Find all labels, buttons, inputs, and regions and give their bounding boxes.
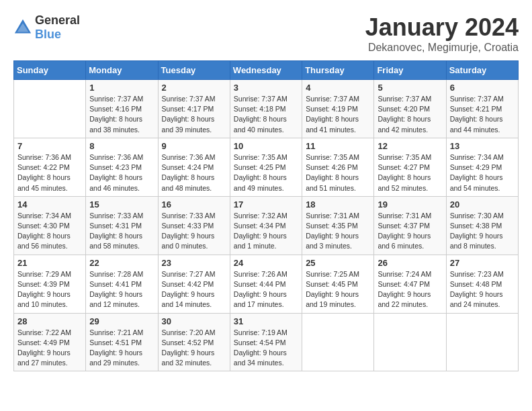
day-info: Sunrise: 7:29 AMSunset: 4:39 PMDaylight:… xyxy=(17,269,82,310)
calendar-cell: 8Sunrise: 7:36 AMSunset: 4:23 PMDaylight… xyxy=(86,138,158,196)
calendar-cell xyxy=(446,313,518,371)
week-row-2: 7Sunrise: 7:36 AMSunset: 4:22 PMDaylight… xyxy=(14,138,519,196)
title-block: January 2024 Dekanovec, Megimurje, Croat… xyxy=(365,13,519,54)
calendar-cell: 18Sunrise: 7:31 AMSunset: 4:35 PMDayligh… xyxy=(302,196,374,255)
day-number: 21 xyxy=(17,258,82,268)
page-header: General Blue January 2024 Dekanovec, Meg… xyxy=(13,13,519,54)
day-info: Sunrise: 7:35 AMSunset: 4:26 PMDaylight:… xyxy=(306,152,370,193)
day-number: 8 xyxy=(89,141,154,151)
calendar-cell: 20Sunrise: 7:30 AMSunset: 4:38 PMDayligh… xyxy=(446,196,518,255)
calendar-cell: 31Sunrise: 7:19 AMSunset: 4:54 PMDayligh… xyxy=(230,313,302,371)
calendar-cell: 29Sunrise: 7:21 AMSunset: 4:51 PMDayligh… xyxy=(86,313,158,371)
day-info: Sunrise: 7:23 AMSunset: 4:48 PMDaylight:… xyxy=(450,269,515,310)
day-info: Sunrise: 7:35 AMSunset: 4:27 PMDaylight:… xyxy=(378,152,442,193)
day-info: Sunrise: 7:34 AMSunset: 4:29 PMDaylight:… xyxy=(450,152,515,193)
calendar-cell: 19Sunrise: 7:31 AMSunset: 4:37 PMDayligh… xyxy=(374,196,446,255)
calendar-cell: 28Sunrise: 7:22 AMSunset: 4:49 PMDayligh… xyxy=(14,313,86,371)
weekday-header-wednesday: Wednesday xyxy=(230,61,302,80)
weekday-header-thursday: Thursday xyxy=(302,61,374,80)
day-number: 10 xyxy=(234,141,298,151)
day-info: Sunrise: 7:34 AMSunset: 4:30 PMDaylight:… xyxy=(17,211,82,252)
calendar-cell xyxy=(374,313,446,371)
calendar-cell: 27Sunrise: 7:23 AMSunset: 4:48 PMDayligh… xyxy=(446,255,518,313)
day-info: Sunrise: 7:31 AMSunset: 4:35 PMDaylight:… xyxy=(306,211,370,252)
calendar-cell: 3Sunrise: 7:37 AMSunset: 4:18 PMDaylight… xyxy=(230,80,302,138)
calendar-cell: 23Sunrise: 7:27 AMSunset: 4:42 PMDayligh… xyxy=(158,255,230,313)
calendar-cell xyxy=(14,80,86,138)
day-number: 12 xyxy=(378,141,442,151)
calendar-cell xyxy=(302,313,374,371)
calendar-cell: 6Sunrise: 7:37 AMSunset: 4:21 PMDaylight… xyxy=(446,80,518,138)
calendar-cell: 16Sunrise: 7:33 AMSunset: 4:33 PMDayligh… xyxy=(158,196,230,255)
calendar-cell: 9Sunrise: 7:36 AMSunset: 4:24 PMDaylight… xyxy=(158,138,230,196)
weekday-row: SundayMondayTuesdayWednesdayThursdayFrid… xyxy=(14,61,519,80)
day-info: Sunrise: 7:27 AMSunset: 4:42 PMDaylight:… xyxy=(162,269,226,310)
day-number: 1 xyxy=(89,83,154,93)
calendar-cell: 14Sunrise: 7:34 AMSunset: 4:30 PMDayligh… xyxy=(14,196,86,255)
week-row-4: 21Sunrise: 7:29 AMSunset: 4:39 PMDayligh… xyxy=(14,255,519,313)
day-info: Sunrise: 7:33 AMSunset: 4:33 PMDaylight:… xyxy=(162,211,226,252)
day-number: 29 xyxy=(89,316,154,326)
day-number: 7 xyxy=(17,141,82,151)
day-info: Sunrise: 7:22 AMSunset: 4:49 PMDaylight:… xyxy=(17,328,82,369)
calendar-cell: 25Sunrise: 7:25 AMSunset: 4:45 PMDayligh… xyxy=(302,255,374,313)
calendar-cell: 15Sunrise: 7:33 AMSunset: 4:31 PMDayligh… xyxy=(86,196,158,255)
calendar-cell: 4Sunrise: 7:37 AMSunset: 4:19 PMDaylight… xyxy=(302,80,374,138)
calendar-cell: 13Sunrise: 7:34 AMSunset: 4:29 PMDayligh… xyxy=(446,138,518,196)
day-number: 19 xyxy=(378,199,442,210)
day-info: Sunrise: 7:33 AMSunset: 4:31 PMDaylight:… xyxy=(89,211,154,252)
day-info: Sunrise: 7:19 AMSunset: 4:54 PMDaylight:… xyxy=(234,328,298,369)
day-number: 17 xyxy=(234,199,298,210)
day-number: 31 xyxy=(234,316,298,326)
day-number: 15 xyxy=(89,199,154,210)
day-info: Sunrise: 7:32 AMSunset: 4:34 PMDaylight:… xyxy=(234,211,298,252)
weekday-header-tuesday: Tuesday xyxy=(158,61,230,80)
day-number: 28 xyxy=(17,316,82,326)
day-number: 23 xyxy=(162,258,226,268)
calendar-cell: 30Sunrise: 7:20 AMSunset: 4:52 PMDayligh… xyxy=(158,313,230,371)
calendar-cell: 2Sunrise: 7:37 AMSunset: 4:17 PMDaylight… xyxy=(158,80,230,138)
day-number: 14 xyxy=(17,199,82,210)
day-info: Sunrise: 7:37 AMSunset: 4:17 PMDaylight:… xyxy=(162,94,226,135)
day-number: 13 xyxy=(450,141,515,151)
day-info: Sunrise: 7:24 AMSunset: 4:47 PMDaylight:… xyxy=(378,269,442,310)
calendar-cell: 5Sunrise: 7:37 AMSunset: 4:20 PMDaylight… xyxy=(374,80,446,138)
weekday-header-saturday: Saturday xyxy=(446,61,518,80)
logo: General Blue xyxy=(13,13,80,42)
calendar-title: January 2024 xyxy=(365,13,519,42)
day-number: 24 xyxy=(234,258,298,268)
logo-icon xyxy=(13,18,32,37)
day-number: 9 xyxy=(162,141,226,151)
day-number: 3 xyxy=(234,83,298,93)
day-number: 27 xyxy=(450,258,515,268)
day-info: Sunrise: 7:37 AMSunset: 4:21 PMDaylight:… xyxy=(450,94,515,135)
day-info: Sunrise: 7:28 AMSunset: 4:41 PMDaylight:… xyxy=(89,269,154,310)
day-info: Sunrise: 7:37 AMSunset: 4:18 PMDaylight:… xyxy=(234,94,298,135)
day-number: 5 xyxy=(378,83,442,93)
day-info: Sunrise: 7:37 AMSunset: 4:19 PMDaylight:… xyxy=(306,94,370,135)
day-info: Sunrise: 7:36 AMSunset: 4:22 PMDaylight:… xyxy=(17,152,82,193)
day-number: 4 xyxy=(306,83,370,93)
day-number: 16 xyxy=(162,199,226,210)
day-number: 11 xyxy=(306,141,370,151)
calendar-header: SundayMondayTuesdayWednesdayThursdayFrid… xyxy=(14,61,519,80)
calendar-cell: 12Sunrise: 7:35 AMSunset: 4:27 PMDayligh… xyxy=(374,138,446,196)
week-row-3: 14Sunrise: 7:34 AMSunset: 4:30 PMDayligh… xyxy=(14,196,519,255)
day-info: Sunrise: 7:37 AMSunset: 4:20 PMDaylight:… xyxy=(378,94,442,135)
day-info: Sunrise: 7:35 AMSunset: 4:25 PMDaylight:… xyxy=(234,152,298,193)
week-row-1: 1Sunrise: 7:37 AMSunset: 4:16 PMDaylight… xyxy=(14,80,519,138)
logo-text: General Blue xyxy=(35,13,80,42)
calendar-cell: 24Sunrise: 7:26 AMSunset: 4:44 PMDayligh… xyxy=(230,255,302,313)
day-info: Sunrise: 7:30 AMSunset: 4:38 PMDaylight:… xyxy=(450,211,515,252)
day-number: 2 xyxy=(162,83,226,93)
day-number: 20 xyxy=(450,199,515,210)
calendar-cell: 1Sunrise: 7:37 AMSunset: 4:16 PMDaylight… xyxy=(86,80,158,138)
day-number: 30 xyxy=(162,316,226,326)
day-info: Sunrise: 7:20 AMSunset: 4:52 PMDaylight:… xyxy=(162,328,226,369)
weekday-header-friday: Friday xyxy=(374,61,446,80)
day-info: Sunrise: 7:37 AMSunset: 4:16 PMDaylight:… xyxy=(89,94,154,135)
calendar-cell: 10Sunrise: 7:35 AMSunset: 4:25 PMDayligh… xyxy=(230,138,302,196)
calendar-table: SundayMondayTuesdayWednesdayThursdayFrid… xyxy=(13,60,519,371)
day-number: 6 xyxy=(450,83,515,93)
calendar-cell: 7Sunrise: 7:36 AMSunset: 4:22 PMDaylight… xyxy=(14,138,86,196)
